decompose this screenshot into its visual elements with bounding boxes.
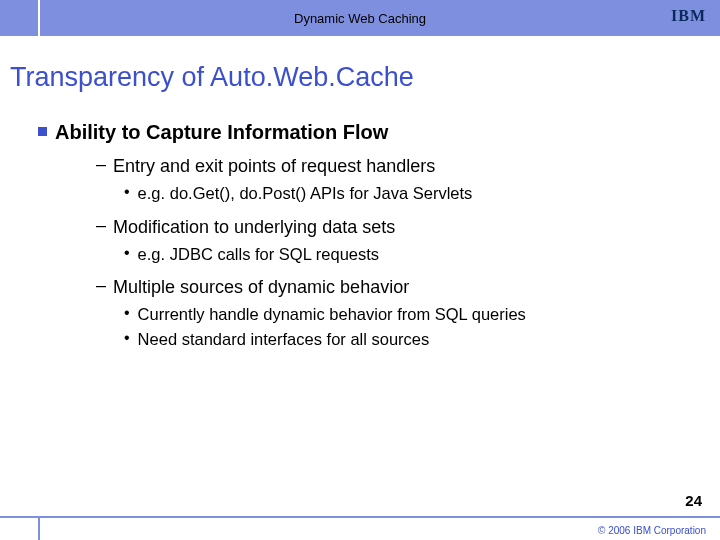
subpoint-text: Currently handle dynamic behavior from S… — [138, 303, 526, 325]
square-bullet-icon — [38, 127, 47, 136]
dash-bullet-icon: – — [96, 154, 106, 176]
subpoint-1-1: • e.g. do.Get(), do.Post() APIs for Java… — [124, 182, 720, 204]
dot-bullet-icon: • — [124, 182, 130, 203]
subpoint-text: e.g. do.Get(), do.Post() APIs for Java S… — [138, 182, 473, 204]
header-title: Dynamic Web Caching — [294, 11, 426, 26]
ibm-logo: IBM — [671, 8, 706, 26]
point-3: – Multiple sources of dynamic behavior — [96, 275, 720, 299]
dot-bullet-icon: • — [124, 243, 130, 264]
slide-title: Transparency of Auto.Web.Cache — [8, 62, 720, 93]
point-1: – Entry and exit points of request handl… — [96, 154, 720, 178]
ibm-logo-text: IBM — [671, 7, 706, 25]
subpoints-3: • Currently handle dynamic behavior from… — [124, 303, 720, 350]
section: Ability to Capture Information Flow – En… — [38, 121, 720, 350]
point-2: – Modification to underlying data sets — [96, 215, 720, 239]
page-number: 24 — [685, 492, 702, 509]
dash-bullet-icon: – — [96, 275, 106, 297]
dot-bullet-icon: • — [124, 303, 130, 324]
footer-rule — [38, 518, 40, 540]
copyright: © 2006 IBM Corporation — [598, 525, 706, 536]
subpoint-2-1: • e.g. JDBC calls for SQL requests — [124, 243, 720, 265]
footer: 24 © 2006 IBM Corporation — [0, 492, 720, 540]
slide-body: Transparency of Auto.Web.Cache Ability t… — [0, 36, 720, 492]
header-rule — [38, 0, 40, 36]
point-text: Modification to underlying data sets — [113, 215, 395, 239]
header-bar: Dynamic Web Caching IBM — [0, 0, 720, 36]
dot-bullet-icon: • — [124, 328, 130, 349]
dash-bullet-icon: – — [96, 215, 106, 237]
point-text: Multiple sources of dynamic behavior — [113, 275, 409, 299]
footer-bar: © 2006 IBM Corporation — [0, 518, 720, 540]
subpoint-text: Need standard interfaces for all sources — [138, 328, 430, 350]
subpoint-text: e.g. JDBC calls for SQL requests — [138, 243, 379, 265]
subpoint-3-2: • Need standard interfaces for all sourc… — [124, 328, 720, 350]
slide: Dynamic Web Caching IBM Transparency of … — [0, 0, 720, 540]
point-text: Entry and exit points of request handler… — [113, 154, 435, 178]
section-heading: Ability to Capture Information Flow — [55, 121, 388, 144]
subpoint-3-1: • Currently handle dynamic behavior from… — [124, 303, 720, 325]
